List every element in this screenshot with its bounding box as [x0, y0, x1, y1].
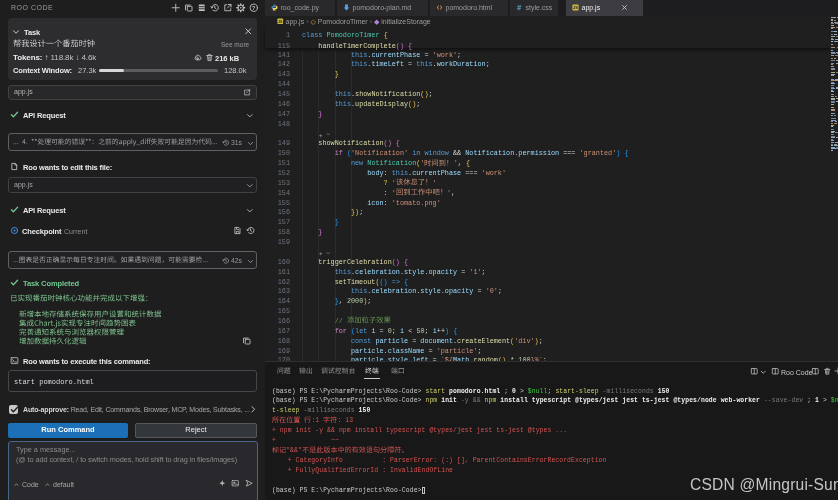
svg-text:?: ?: [252, 5, 255, 11]
svg-text:JS: JS: [278, 19, 283, 23]
svg-text:JS: JS: [573, 5, 578, 10]
